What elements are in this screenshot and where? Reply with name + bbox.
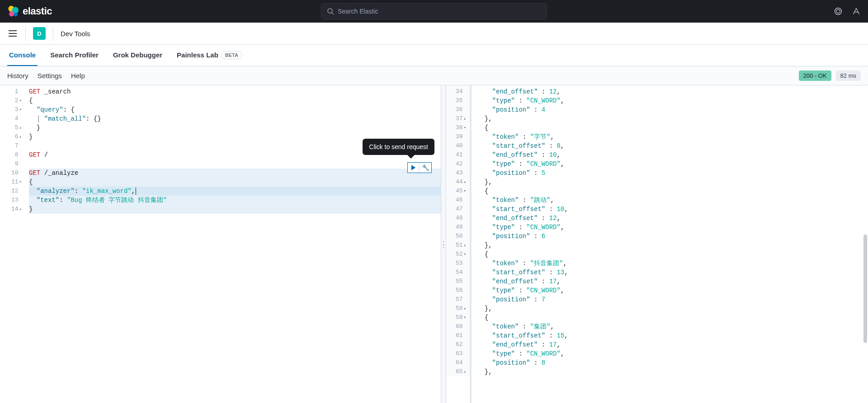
response-gutter: 34 35 36 37 ▴38 ▾39 40 41 42 43 44 ▴45 ▾… — [446, 85, 470, 376]
breadcrumb[interactable]: Dev Tools — [61, 30, 90, 37]
svg-point-4 — [328, 9, 332, 13]
help-icon[interactable] — [834, 7, 843, 16]
search-input[interactable] — [338, 8, 541, 15]
send-request-tooltip: Click to send request — [363, 139, 434, 155]
tab-console[interactable]: Console — [7, 45, 38, 66]
help-button[interactable]: Help — [71, 72, 85, 80]
sub-header: D Dev Tools — [0, 23, 868, 45]
request-gutter: 1 2 ▾3 ▾4 5 ▴6 ▴7 8 9 10 11 ▾12 13 14 ▴ — [0, 85, 25, 214]
brand-text: elastic — [23, 5, 52, 17]
newsfeed-icon[interactable] — [852, 7, 861, 16]
top-header: elastic — [0, 0, 868, 23]
settings-button[interactable]: Settings — [38, 72, 62, 80]
response-scrollbar[interactable] — [863, 234, 867, 343]
wrench-icon: 🔧 — [422, 164, 429, 172]
global-search[interactable] — [321, 3, 547, 19]
svg-point-6 — [835, 8, 842, 15]
nav-toggle-icon[interactable] — [7, 28, 18, 39]
response-pane[interactable]: 34 35 36 37 ▴38 ▾39 40 41 42 43 44 ▴45 ▾… — [446, 85, 868, 403]
divider — [53, 26, 53, 41]
request-actions: 🔧 — [407, 162, 432, 173]
request-pane[interactable]: 1 2 ▾3 ▾4 5 ▴6 ▴7 8 9 10 11 ▾12 13 14 ▴ … — [0, 85, 441, 403]
send-request-button[interactable] — [408, 163, 420, 173]
svg-point-2 — [9, 11, 14, 16]
app-badge[interactable]: D — [33, 27, 46, 40]
svg-point-3 — [14, 13, 18, 16]
toolbar-status: 200 - OK 82 ms — [799, 70, 861, 81]
response-code[interactable]: "end_offset" : 12, "type" : "CN_WORD", "… — [473, 85, 868, 376]
response-gutter-border — [470, 85, 472, 403]
dev-tools-tabs: Console Search Profiler Grok Debugger Pa… — [0, 45, 868, 66]
divider — [25, 26, 26, 41]
tab-painless-lab[interactable]: Painless Lab BETA — [175, 45, 244, 66]
pane-resizer[interactable] — [441, 85, 446, 403]
svg-point-7 — [836, 9, 840, 13]
tab-painless-label: Painless Lab — [177, 51, 218, 59]
svg-line-5 — [332, 13, 334, 14]
console-toolbar: History Settings Help 200 - OK 82 ms — [0, 66, 868, 85]
search-icon — [327, 8, 334, 15]
play-icon — [411, 165, 415, 170]
status-badge: 200 - OK — [799, 70, 831, 81]
beta-badge: BETA — [221, 51, 242, 59]
header-actions — [834, 7, 861, 16]
tab-search-profiler[interactable]: Search Profiler — [48, 45, 100, 66]
editors: 1 2 ▾3 ▾4 5 ▴6 ▴7 8 9 10 11 ▾12 13 14 ▴ … — [0, 85, 868, 403]
elastic-logo-icon — [7, 5, 19, 17]
tab-grok-debugger[interactable]: Grok Debugger — [111, 45, 164, 66]
history-button[interactable]: History — [7, 72, 28, 80]
logo[interactable]: elastic — [7, 5, 52, 17]
request-options-button[interactable]: 🔧 — [420, 163, 431, 173]
time-badge: 82 ms — [836, 70, 861, 81]
